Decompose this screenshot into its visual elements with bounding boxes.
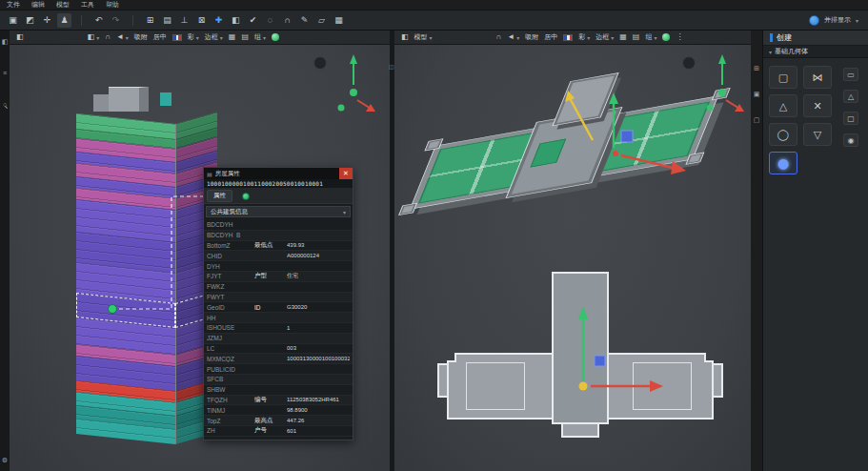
shape-rectangle-button[interactable]: ▢: [769, 66, 797, 89]
model-label[interactable]: 模型: [414, 32, 433, 42]
magnet-icon[interactable]: ∩: [496, 33, 502, 41]
property-row[interactable]: DYH: [204, 261, 353, 272]
tab-properties[interactable]: 属性: [207, 190, 232, 202]
shape-sphere-button[interactable]: ●: [769, 152, 797, 174]
section-basic-geometry[interactable]: 基础几何体: [763, 46, 868, 58]
snap-label[interactable]: 吸附: [134, 32, 148, 42]
snap-arrow-icon[interactable]: ◄: [507, 33, 519, 41]
property-row[interactable]: TFQZH 编号 11250383052HR461: [204, 396, 353, 406]
edge-mode-label[interactable]: 边框: [205, 32, 223, 42]
tool-plane-icon[interactable]: ▭: [843, 68, 858, 81]
property-row[interactable]: ISHOUSE 1: [204, 323, 353, 334]
tool-wedge-icon[interactable]: △: [843, 90, 858, 103]
snap-arrow-icon[interactable]: ◄: [116, 33, 129, 41]
center-label[interactable]: 居中: [544, 32, 557, 42]
home-icon[interactable]: ◧: [2, 38, 9, 45]
property-row[interactable]: FWKZ: [204, 282, 353, 293]
material-sphere-icon[interactable]: [662, 33, 670, 41]
property-row[interactable]: HH: [204, 313, 353, 323]
plan2d-shaft[interactable]: [552, 272, 609, 424]
close-icon[interactable]: ✕: [339, 168, 353, 179]
axis-gizmo[interactable]: [701, 52, 745, 121]
property-row[interactable]: BDCDYH: [204, 220, 353, 231]
display-mode-icon[interactable]: ◧: [88, 33, 100, 41]
edge-mode-label[interactable]: 边框: [595, 32, 614, 42]
grid-toggle-icon[interactable]: ▦: [619, 33, 627, 41]
display-mode-icon[interactable]: ◧: [401, 33, 409, 41]
material-sphere-icon[interactable]: [272, 33, 279, 41]
property-row[interactable]: CHID A000000124: [204, 251, 353, 261]
frame-icon[interactable]: ▢: [754, 116, 760, 123]
chevron-down-icon[interactable]: [856, 17, 858, 24]
property-row[interactable]: SHBW: [204, 385, 353, 396]
menu-item[interactable]: 文件: [7, 0, 20, 10]
marquee-icon[interactable]: ◌: [263, 13, 277, 28]
menu-item[interactable]: 工具: [81, 0, 94, 10]
tool-sphere-icon[interactable]: ◉: [843, 133, 858, 147]
toolbar-divider[interactable]: [126, 13, 140, 28]
toolbar-divider[interactable]: [74, 13, 89, 28]
grid-toggle-icon[interactable]: ▦: [229, 33, 236, 41]
color-mode-label[interactable]: 彩: [578, 32, 590, 42]
grid-icon[interactable]: ▦: [332, 13, 346, 28]
split-handle-icon[interactable]: ◫: [389, 63, 394, 70]
draw-icon[interactable]: ✎: [297, 13, 312, 28]
account-icon[interactable]: [809, 15, 819, 26]
magnet-icon[interactable]: ∩: [105, 33, 111, 41]
search-icon[interactable]: ○: [3, 101, 7, 108]
style-flag-icon[interactable]: [172, 34, 182, 41]
group-label[interactable]: 组: [254, 32, 266, 42]
cube-axis-icon[interactable]: ◧: [229, 13, 243, 28]
axis-gizmo[interactable]: [333, 52, 376, 121]
property-row[interactable]: PUBLICID: [204, 364, 353, 375]
floor-plan-3d[interactable]: [402, 74, 726, 231]
lock-icon[interactable]: ▣: [6, 13, 20, 28]
layer-toggle-icon[interactable]: ▤: [633, 33, 640, 41]
color-mode-label[interactable]: 彩: [188, 32, 199, 42]
redo-icon[interactable]: ↷: [109, 13, 123, 28]
style-flag-icon[interactable]: [563, 34, 573, 41]
shape-triangle-button[interactable]: △: [769, 94, 797, 117]
settings-icon[interactable]: ⚙: [2, 457, 8, 463]
person-scale-icon[interactable]: ♟: [57, 13, 71, 28]
viewport-right-canvas[interactable]: [394, 45, 751, 471]
lock-selection-icon[interactable]: ⊠: [194, 13, 209, 28]
shape-triangle-down-button[interactable]: ▽: [803, 123, 832, 146]
dialog-titlebar[interactable]: ▤ 房屋属性 ✕: [204, 168, 353, 179]
floor-plan-2d[interactable]: [437, 272, 723, 443]
viewport-home-icon[interactable]: ◧: [16, 33, 24, 41]
select-icon[interactable]: ◩: [23, 13, 37, 28]
shape-cross-button[interactable]: ✕: [803, 94, 832, 117]
magnet-icon[interactable]: ∩: [280, 13, 294, 28]
confirm-icon[interactable]: ✔: [246, 13, 260, 28]
ground-snap-icon[interactable]: ⊥: [177, 13, 192, 28]
shape-bowtie-button[interactable]: ⋈: [803, 66, 832, 89]
undo-icon[interactable]: ↶: [91, 13, 106, 28]
property-row[interactable]: FJYT 户型 住宅: [204, 272, 353, 282]
property-row[interactable]: BottomZ 最低点 439.93: [204, 241, 353, 252]
property-row[interactable]: BDCDYH_B: [204, 231, 353, 241]
move-tool-icon[interactable]: ✛: [40, 13, 54, 28]
panel-toggle-icon[interactable]: ▣: [754, 91, 760, 97]
display-mode-label[interactable]: 并排显示: [824, 15, 851, 25]
snap-label[interactable]: 吸附: [525, 32, 538, 42]
shape-circle-button[interactable]: ◯: [769, 123, 797, 146]
property-row[interactable]: FWYT: [204, 293, 353, 303]
orbit-icon[interactable]: [313, 56, 327, 70]
tool-box-icon[interactable]: ▢: [843, 112, 858, 125]
group-label[interactable]: 组: [645, 32, 656, 42]
property-row[interactable]: GeoID ID G30020: [204, 302, 353, 313]
measure-icon[interactable]: ▱: [314, 13, 329, 28]
building-model[interactable]: [76, 81, 219, 444]
property-row[interactable]: JZMJ: [204, 334, 353, 344]
category-dropdown[interactable]: 公共建筑信息: [206, 206, 351, 217]
layers-icon[interactable]: ▤: [160, 13, 174, 28]
property-row[interactable]: TopZ 最高点 447.26: [204, 416, 353, 426]
expand-icon[interactable]: ⊞: [754, 65, 759, 72]
overflow-icon[interactable]: ⋮: [676, 33, 683, 41]
menu-item[interactable]: 帮助: [106, 0, 119, 10]
center-label[interactable]: 居中: [153, 32, 167, 42]
property-row[interactable]: LC 003: [204, 344, 353, 355]
frame-select-icon[interactable]: ⊞: [143, 13, 157, 28]
layer-toggle-icon[interactable]: ▤: [241, 33, 249, 41]
